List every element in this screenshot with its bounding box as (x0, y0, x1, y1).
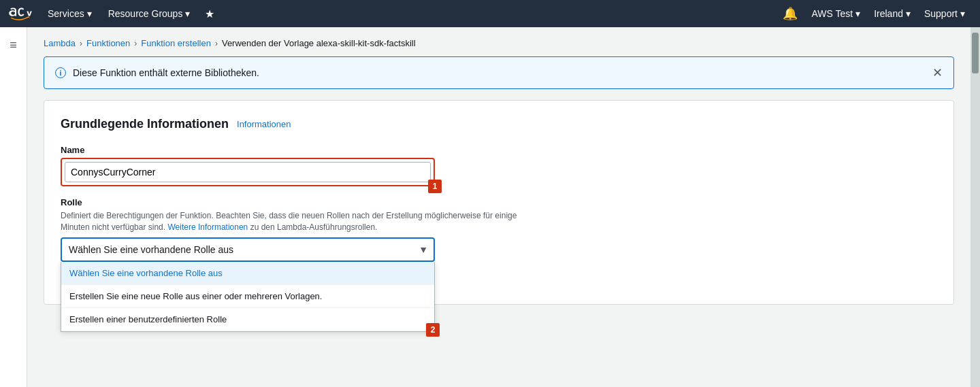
info-banner-text: Diese Funktion enthält externe Bibliothe… (73, 67, 259, 78)
card-title: Grundlegende Informationen (61, 117, 229, 131)
badge-2: 2 (426, 323, 440, 337)
resource-groups-chevron-icon: ▾ (185, 8, 190, 19)
role-desc-link[interactable]: Weitere Informationen (167, 222, 248, 232)
ireland-nav[interactable]: Ireland ▾ (867, 0, 917, 27)
support-label: Support (924, 8, 958, 19)
role-desc-text-2: Minuten nicht verfügbar sind. (61, 222, 165, 232)
support-chevron-icon: ▾ (960, 8, 965, 19)
aws-test-chevron-icon: ▾ (855, 8, 860, 19)
role-description: Definiert die Berechtigungen der Funktio… (61, 210, 937, 233)
role-desc-text-1: Definiert die Berechtigungen der Funktio… (61, 211, 517, 220)
role-field: Rolle Definiert die Berechtigungen der F… (61, 197, 937, 277)
name-input[interactable] (65, 162, 431, 182)
badge-1: 1 (428, 180, 442, 193)
banner-close-button[interactable]: ✕ (932, 65, 943, 80)
breadcrumb-lambda[interactable]: Lambda (44, 38, 76, 48)
bookmark-icon: ★ (205, 7, 214, 20)
page-wrapper: ≡ Lambda › Funktionen › Funktion erstell… (0, 27, 980, 387)
breadcrumb-funktionen[interactable]: Funktionen (86, 38, 130, 48)
dropdown-options-list: Wählen Sie eine vorhandene Rolle aus Ers… (61, 262, 435, 332)
support-nav[interactable]: Support ▾ (917, 0, 972, 27)
aws-logo (8, 5, 33, 22)
services-label: Services (48, 8, 84, 19)
aws-test-nav[interactable]: AWS Test ▾ (804, 0, 867, 27)
role-dropdown[interactable]: Wählen Sie eine vorhandene Rolle aus Ers… (61, 237, 435, 262)
ireland-label: Ireland (874, 8, 903, 19)
ireland-chevron-icon: ▾ (906, 8, 911, 19)
nav-right-section: 🔔 AWS Test ▾ Ireland ▾ Support ▾ (776, 0, 972, 27)
bell-icon: 🔔 (783, 7, 798, 20)
basic-info-card: Grundlegende Informationen Informationen… (44, 100, 954, 305)
services-nav[interactable]: Services ▾ (41, 0, 99, 27)
breadcrumb-funktion-erstellen[interactable]: Funktion erstellen (141, 38, 211, 48)
hamburger-icon: ≡ (10, 38, 17, 387)
services-chevron-icon: ▾ (87, 8, 92, 19)
card-header: Grundlegende Informationen Informationen (61, 117, 937, 131)
name-label: Name (61, 145, 937, 155)
scrollbar-thumb[interactable] (972, 33, 979, 73)
info-banner: i Diese Funktion enthält externe Bibliot… (44, 56, 954, 89)
name-field: Name 1 (61, 145, 937, 186)
top-navigation: Services ▾ Resource Groups ▾ ★ 🔔 AWS Tes… (0, 0, 980, 27)
breadcrumb-sep-3: › (215, 39, 218, 48)
breadcrumb-sep-1: › (80, 39, 82, 48)
aws-test-label: AWS Test (811, 8, 853, 19)
role-label: Rolle (61, 197, 937, 207)
sidebar-toggle[interactable]: ≡ (0, 27, 27, 387)
name-input-wrapper (61, 158, 435, 186)
info-banner-left: i Diese Funktion enthält externe Bibliot… (55, 67, 259, 78)
dropdown-option-item-2[interactable]: Erstellen einer benutzerdefinierten Roll… (61, 308, 434, 331)
role-desc-link2: zu den Lambda-Ausführungsrollen. (250, 222, 378, 232)
scrollbar[interactable] (970, 27, 980, 387)
bookmark-nav[interactable]: ★ (199, 0, 220, 27)
dropdown-option-item-2-wrapper: Erstellen einer benutzerdefinierten Roll… (61, 308, 434, 331)
info-circle-icon: i (55, 67, 66, 78)
card-info-link[interactable]: Informationen (237, 119, 291, 129)
bell-button[interactable]: 🔔 (776, 6, 804, 21)
role-dropdown-wrapper: Wählen Sie eine vorhandene Rolle aus Ers… (61, 237, 435, 262)
dropdown-option-item-1[interactable]: Erstellen Sie eine neue Rolle aus einer … (61, 285, 434, 308)
breadcrumb-sep-2: › (134, 39, 137, 48)
breadcrumb-current: Verwenden der Vorlage alexa-skill-kit-sd… (222, 38, 416, 48)
breadcrumb: Lambda › Funktionen › Funktion erstellen… (44, 38, 954, 48)
dropdown-option-item-0[interactable]: Wählen Sie eine vorhandene Rolle aus (61, 262, 434, 285)
main-content: Lambda › Funktionen › Funktion erstellen… (27, 27, 970, 387)
resource-groups-label: Resource Groups (108, 8, 183, 19)
resource-groups-nav[interactable]: Resource Groups ▾ (101, 0, 197, 27)
